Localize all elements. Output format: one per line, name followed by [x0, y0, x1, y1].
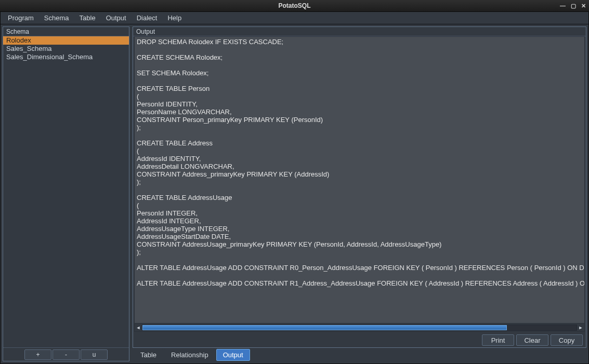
horizontal-scrollbar[interactable]: ◄ ► — [135, 323, 584, 331]
close-icon[interactable]: ✕ — [581, 3, 586, 9]
copy-button[interactable]: Copy — [551, 334, 583, 346]
output-area: DROP SCHEMA Rolodex IF EXISTS CASCADE; C… — [134, 36, 585, 332]
update-schema-button[interactable]: u — [81, 349, 108, 360]
menu-help[interactable]: Help — [162, 12, 187, 23]
schema-item-rolodex[interactable]: Rolodex — [3, 36, 129, 45]
remove-schema-button[interactable]: - — [53, 349, 80, 360]
scroll-track[interactable] — [142, 325, 577, 331]
app-frame: Program Schema Table Output Dialect Help… — [0, 11, 589, 364]
menu-output[interactable]: Output — [101, 12, 132, 23]
menubar: Program Schema Table Output Dialect Help — [1, 12, 588, 24]
menu-table[interactable]: Table — [74, 12, 101, 23]
tab-output[interactable]: Output — [216, 349, 250, 361]
add-schema-button[interactable]: + — [24, 349, 51, 360]
window-title: PotatoSQL — [279, 2, 311, 9]
schema-buttons: + - u — [3, 347, 129, 361]
menu-dialect[interactable]: Dialect — [132, 12, 163, 23]
scroll-right-icon[interactable]: ► — [577, 324, 584, 331]
scroll-thumb[interactable] — [142, 325, 507, 330]
body-split: Schema Rolodex Sales_Schema Sales_Dimens… — [1, 24, 588, 363]
right-panel: Output DROP SCHEMA Rolodex IF EXISTS CAS… — [133, 26, 586, 361]
window-titlebar: PotatoSQL — ▢ ✕ — [0, 0, 589, 11]
output-buttons: Print Clear Copy — [133, 333, 586, 347]
menu-program[interactable]: Program — [3, 12, 39, 23]
output-frame: Output DROP SCHEMA Rolodex IF EXISTS CAS… — [133, 26, 586, 348]
print-button[interactable]: Print — [482, 334, 514, 346]
output-panel-header: Output — [133, 27, 586, 36]
schema-item-sales[interactable]: Sales_Schema — [3, 45, 129, 53]
schema-panel: Schema Rolodex Sales_Schema Sales_Dimens… — [3, 26, 129, 361]
maximize-icon[interactable]: ▢ — [571, 3, 576, 9]
scroll-left-icon[interactable]: ◄ — [135, 324, 142, 331]
menu-schema[interactable]: Schema — [39, 12, 74, 23]
bottom-tabs: Table Relationship Output — [133, 348, 586, 361]
minimize-icon[interactable]: — — [560, 3, 566, 9]
output-text[interactable]: DROP SCHEMA Rolodex IF EXISTS CASCADE; C… — [135, 37, 584, 323]
clear-button[interactable]: Clear — [516, 334, 548, 346]
schema-list[interactable]: Rolodex Sales_Schema Sales_Dimensional_S… — [3, 36, 129, 347]
tab-relationship[interactable]: Relationship — [164, 349, 215, 361]
schema-panel-header: Schema — [3, 27, 129, 36]
schema-item-sales-dimensional[interactable]: Sales_Dimensional_Schema — [3, 53, 129, 61]
window-controls: — ▢ ✕ — [560, 0, 586, 11]
tab-table[interactable]: Table — [134, 349, 163, 361]
